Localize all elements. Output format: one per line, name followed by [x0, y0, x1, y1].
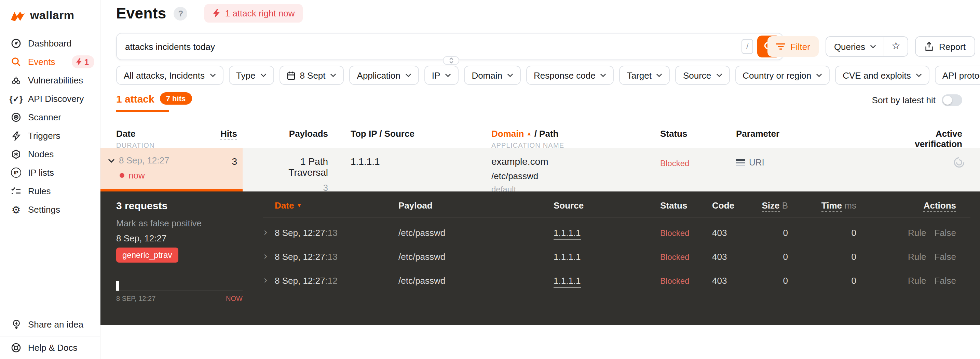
attack-alert-badge[interactable]: 1 attack right now — [205, 4, 303, 22]
chevron-down-icon — [445, 73, 451, 77]
sidebar-item-label: Scanner — [28, 112, 61, 123]
checklist-icon — [10, 187, 22, 196]
sidebar-item-api-discovery[interactable]: {✓} API Discovery — [0, 89, 100, 108]
col-domain-path[interactable]: Domain ▲ / Path APPLICATION NAME — [492, 129, 564, 149]
favorite-star-button[interactable]: ☆ — [885, 37, 908, 56]
col-request-date[interactable]: Date ▼ — [275, 200, 302, 211]
requests-timeline-chart: 8 SEP, 12:27 NOW — [116, 276, 243, 300]
expand-chevron-icon[interactable]: › — [264, 226, 267, 237]
chip-ip[interactable]: IP — [425, 65, 459, 85]
sidebar-nav: Dashboard Events 1 Vulnerabilities {✓ — [0, 34, 100, 219]
sidebar-item-vulnerabilities[interactable]: Vulnerabilities — [0, 71, 100, 89]
chip-country[interactable]: Country or region — [735, 65, 830, 85]
hits-badge: 7 hits — [160, 92, 192, 105]
chip-response-code[interactable]: Response code — [526, 65, 614, 85]
tab-attacks[interactable]: 1 attack 7 hits — [116, 92, 192, 105]
request-source[interactable]: 1.1.1.1 — [554, 276, 581, 288]
col-request-size: Size B — [741, 200, 788, 211]
col-request-payload: Payload — [398, 200, 433, 211]
sort-desc-icon: ▼ — [297, 203, 302, 209]
col-status: Status — [660, 129, 687, 139]
gear-icon: ⚙ — [10, 204, 22, 215]
sort-asc-icon: ▲ — [527, 131, 532, 137]
rule-link[interactable]: Rule — [908, 228, 926, 238]
timeline-now-label: NOW — [226, 295, 243, 302]
sidebar-item-ip-lists[interactable]: IP IP lists — [0, 163, 100, 182]
attack-parameter: URI — [736, 157, 764, 168]
request-details-panel: 3 requests Mark as false positive 8 Sep,… — [100, 191, 980, 325]
chip-type[interactable]: Type — [229, 65, 274, 85]
calendar-icon — [287, 71, 295, 80]
rule-link[interactable]: Rule — [908, 276, 926, 286]
sort-toggle[interactable] — [942, 94, 962, 106]
sidebar-item-label: Help & Docs — [28, 343, 78, 353]
sidebar-footer: Share an idea Help & Docs — [0, 313, 100, 359]
request-actions: RuleFalse — [892, 252, 956, 262]
chip-cve[interactable]: CVE and exploits — [835, 65, 929, 85]
sidebar-item-share-idea[interactable]: Share an idea — [0, 313, 100, 336]
chip-domain[interactable]: Domain — [464, 65, 521, 85]
wallarm-logo[interactable]: wallarm — [0, 0, 100, 22]
report-button[interactable]: Report — [915, 36, 975, 57]
page-header: Events ? 1 attack right now — [116, 4, 303, 22]
request-source[interactable]: 1.1.1.1 — [554, 228, 581, 240]
sidebar-item-help-docs[interactable]: Help & Docs — [0, 337, 100, 359]
request-source[interactable]: 1.1.1.1 — [554, 252, 581, 262]
attack-hits: 3 — [178, 156, 237, 167]
sidebar-item-events[interactable]: Events 1 — [0, 53, 100, 71]
search-bar: / — [116, 33, 783, 60]
search-expand-handle[interactable] — [443, 56, 459, 65]
sidebar-item-label: IP lists — [28, 168, 54, 178]
rule-link[interactable]: Rule — [908, 252, 926, 262]
chevron-down-icon — [816, 73, 822, 77]
sidebar-item-rules[interactable]: Rules — [0, 182, 100, 200]
mark-false-positive-link[interactable]: Mark as false positive — [116, 218, 202, 228]
sort-label: Sort by latest hit — [872, 95, 935, 105]
chevron-down-icon — [716, 73, 722, 77]
request-code: 403 — [712, 276, 727, 286]
sidebar-item-settings[interactable]: ⚙ Settings — [0, 200, 100, 219]
request-row: › 8 Sep, 12:27:12 /etc/passwd 1.1.1.1 Bl… — [263, 270, 970, 294]
chevron-expanded-icon[interactable] — [108, 158, 115, 163]
chip-date[interactable]: 8 Sept — [279, 65, 344, 85]
chip-attack-type[interactable]: All attacks, Incidents — [116, 65, 223, 85]
timeline-bar — [116, 281, 119, 291]
request-payload: /etc/passwd — [398, 252, 445, 262]
attack-row-date-cell[interactable]: 8 Sep, 12:27 now — [100, 148, 243, 191]
chevron-down-icon — [405, 73, 411, 77]
live-dot — [119, 173, 124, 178]
col-payloads: Payloads — [260, 129, 328, 139]
sidebar-item-scanner[interactable]: Scanner — [0, 108, 100, 126]
expand-chevron-icon[interactable]: › — [264, 273, 267, 285]
request-time: 0 — [810, 276, 856, 286]
false-link[interactable]: False — [934, 252, 956, 262]
active-tab-indicator — [116, 110, 169, 112]
chevron-down-icon — [210, 73, 216, 77]
sidebar-item-nodes[interactable]: Nodes — [0, 145, 100, 163]
chevron-down-icon — [870, 45, 876, 49]
request-actions: RuleFalse — [892, 276, 956, 286]
sidebar-item-label: Share an idea — [28, 319, 83, 330]
filter-chips: All attacks, Incidents Type 8 Sept Appli… — [116, 65, 975, 85]
chip-api-protocols[interactable]: API protocols — [935, 65, 980, 85]
help-icon[interactable]: ? — [174, 6, 188, 20]
request-payload: /etc/passwd — [398, 276, 445, 286]
queries-button[interactable]: Queries — [827, 37, 885, 56]
expand-chevron-icon[interactable]: › — [264, 250, 267, 261]
chip-target[interactable]: Target — [619, 65, 670, 85]
braces-check-icon: {✓} — [10, 95, 22, 103]
sidebar-item-dashboard[interactable]: Dashboard — [0, 34, 100, 53]
filter-button[interactable]: Filter — [767, 36, 819, 57]
false-link[interactable]: False — [934, 228, 956, 238]
col-hits[interactable]: Hits — [178, 129, 237, 139]
attack-top-ip[interactable]: 1.1.1.1 — [351, 156, 380, 167]
false-link[interactable]: False — [934, 276, 956, 286]
active-verification-spinner-icon[interactable] — [953, 156, 965, 168]
attack-tag[interactable]: generic_ptrav — [116, 247, 178, 263]
detail-date: 8 Sep, 12:27 — [116, 233, 166, 243]
lifebuoy-icon — [10, 343, 22, 353]
gauge-icon — [10, 38, 22, 49]
request-date: 8 Sep, 12:27:13 — [275, 228, 337, 238]
chip-source[interactable]: Source — [676, 65, 730, 85]
chip-application[interactable]: Application — [350, 65, 419, 85]
